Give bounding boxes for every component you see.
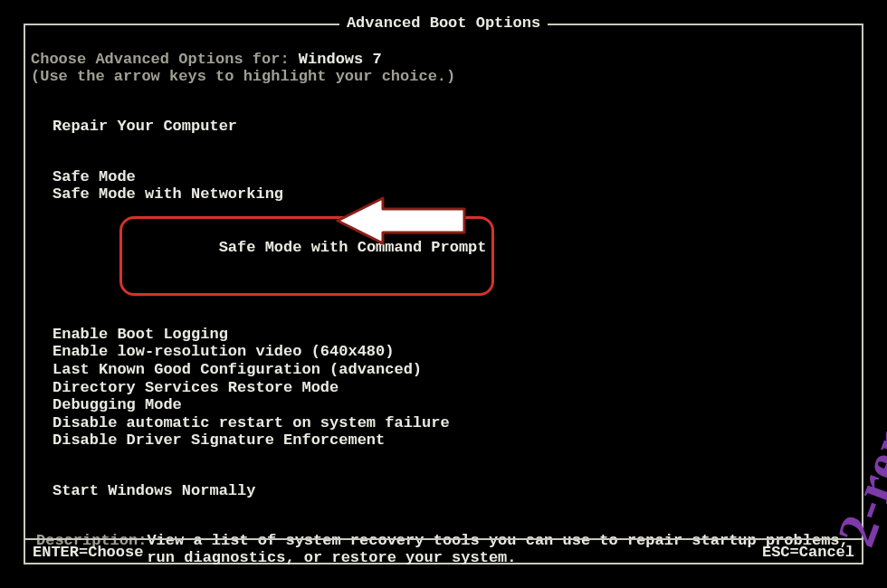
- prompt-line: Choose Advanced Options for: Windows 7: [31, 51, 856, 68]
- menu-item-safe-mode-cmd[interactable]: Safe Mode with Command Prompt: [52, 204, 856, 309]
- menu-item-no-driver-sig[interactable]: Disable Driver Signature Enforcement: [52, 432, 856, 450]
- highlight-ring-icon: [119, 216, 494, 296]
- menu-item-debug[interactable]: Debugging Mode: [52, 396, 856, 414]
- hint-line: (Use the arrow keys to highlight your ch…: [31, 68, 856, 85]
- footer-bar: ENTER=Choose ESC=Cancel: [25, 538, 862, 563]
- prompt-label: Choose Advanced Options for:: [31, 51, 299, 68]
- prompt-os: Windows 7: [299, 51, 382, 68]
- spacer: [31, 101, 856, 118]
- content-area: Choose Advanced Options for: Windows 7 (…: [31, 51, 856, 554]
- menu-item-safe-mode-cmd-label: Safe Mode with Command Prompt: [219, 239, 487, 256]
- page-title-text: Advanced Boot Options: [339, 14, 548, 32]
- footer-esc: ESC=Cancel: [762, 544, 854, 561]
- menu-item-no-auto-restart[interactable]: Disable automatic restart on system fail…: [52, 414, 856, 432]
- menu-item-repair-computer[interactable]: Repair Your Computer: [52, 118, 856, 136]
- menu-item-safe-mode[interactable]: Safe Mode: [52, 168, 856, 186]
- menu-item-safe-mode-networking[interactable]: Safe Mode with Networking: [52, 185, 856, 204]
- spacer: [52, 309, 856, 326]
- page-title: Advanced Boot Options: [25, 14, 862, 32]
- spacer: [52, 450, 856, 466]
- menu-item-boot-logging[interactable]: Enable Boot Logging: [52, 326, 856, 344]
- spacer: [52, 152, 856, 168]
- spacer: [31, 85, 856, 101]
- menu-item-start-normally[interactable]: Start Windows Normally: [52, 482, 856, 500]
- menu-item-dsrm[interactable]: Directory Services Restore Mode: [52, 379, 856, 397]
- footer-enter: ENTER=Choose: [33, 544, 143, 561]
- spacer: [52, 466, 856, 482]
- menu-item-low-res[interactable]: Enable low-resolution video (640x480): [52, 343, 856, 361]
- menu-item-lkgc[interactable]: Last Known Good Configuration (advanced): [52, 361, 856, 379]
- boot-menu[interactable]: Repair Your Computer Safe Mode Safe Mode…: [52, 118, 856, 499]
- boot-options-frame: Advanced Boot Options Choose Advanced Op…: [24, 24, 863, 564]
- spacer: [52, 136, 856, 152]
